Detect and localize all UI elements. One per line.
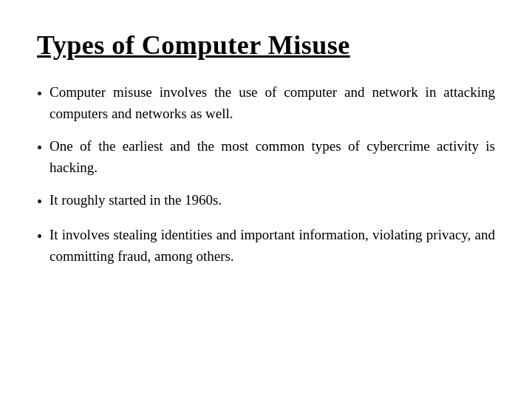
bullet-dot-icon: • bbox=[37, 191, 42, 214]
bullet-dot-icon: • bbox=[37, 137, 42, 160]
bullet-text-2: One of the earliest and the most common … bbox=[50, 135, 495, 179]
bullet-text-3: It roughly started in the 1960s. bbox=[50, 189, 495, 211]
slide-container: Types of Computer Misuse • Computer misu… bbox=[0, 0, 532, 399]
bullet-text-1: Computer misuse involves the use of comp… bbox=[50, 81, 495, 125]
bullet-list: • Computer misuse involves the use of co… bbox=[37, 81, 495, 267]
list-item: • Computer misuse involves the use of co… bbox=[37, 81, 495, 125]
list-item: • One of the earliest and the most commo… bbox=[37, 135, 495, 179]
list-item: • It roughly started in the 1960s. bbox=[37, 189, 495, 214]
bullet-dot-icon: • bbox=[37, 83, 42, 106]
bullet-text-4: It involves stealing identities and impo… bbox=[50, 224, 495, 267]
list-item: • It involves stealing identities and im… bbox=[37, 224, 495, 267]
slide-title: Types of Computer Misuse bbox=[37, 30, 495, 61]
bullet-dot-icon: • bbox=[37, 225, 42, 248]
